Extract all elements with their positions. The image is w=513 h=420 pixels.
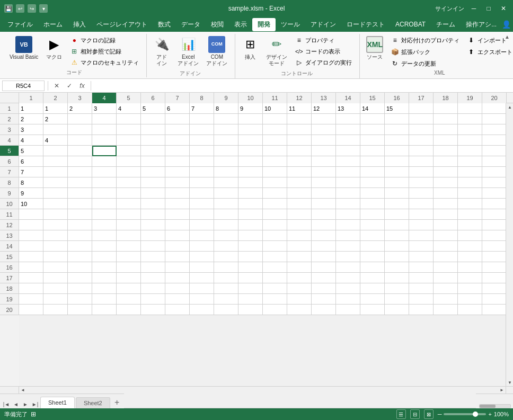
cell-r13c17[interactable] (409, 230, 434, 241)
cell-r9c19[interactable] (458, 188, 482, 199)
zoom-minus-icon[interactable]: ─ (438, 411, 442, 417)
zoom-slider-thumb[interactable] (473, 412, 478, 417)
formula-input[interactable] (94, 83, 511, 89)
menu-data[interactable]: データ (176, 18, 206, 31)
cell-r17c11[interactable] (263, 273, 287, 283)
cell-r8c11[interactable] (263, 177, 287, 188)
col-header-2[interactable]: 2 (43, 93, 68, 103)
close-button[interactable]: ✕ (498, 3, 509, 14)
page-layout-view-button[interactable]: ⊟ (410, 409, 420, 419)
cell-r19c18[interactable] (434, 294, 458, 305)
cell-r10c7[interactable] (165, 199, 190, 209)
cell-r17c3[interactable] (68, 273, 92, 283)
cell-r12c5[interactable] (117, 220, 141, 230)
cell-r10c16[interactable] (385, 199, 409, 209)
cell-r20c14[interactable] (336, 305, 360, 315)
cell-r10c12[interactable] (287, 199, 312, 209)
row-header-16[interactable]: 16 (0, 262, 19, 273)
cell-r15c7[interactable] (165, 252, 190, 262)
cell-r3c8[interactable] (190, 124, 214, 135)
cell-r16c6[interactable] (141, 262, 165, 273)
row-header-3[interactable]: 3 (0, 124, 19, 135)
cell-r11c12[interactable] (287, 209, 312, 220)
design-mode-button[interactable]: ✏ デザインモード (263, 34, 290, 69)
cell-r2c13[interactable] (312, 114, 336, 124)
cell-r15c1[interactable] (19, 252, 43, 262)
cell-r12c13[interactable] (312, 220, 336, 230)
cell-r5c15[interactable] (360, 146, 385, 156)
formula-confirm-button[interactable]: ✓ (64, 81, 75, 91)
cell-r19c17[interactable] (409, 294, 434, 305)
cell-r20c10[interactable] (238, 305, 263, 315)
cell-r1c4[interactable]: 3 (92, 103, 117, 114)
cell-r5c3[interactable] (68, 146, 92, 156)
share-button[interactable]: 👤 共有 (502, 15, 513, 33)
relative-reference-button[interactable]: ⊞ 相対参照で記録 (67, 46, 142, 57)
menu-load-test[interactable]: ロードテスト (341, 18, 390, 31)
cell-r12c18[interactable] (434, 220, 458, 230)
cell-r8c10[interactable] (238, 177, 263, 188)
formula-cancel-button[interactable]: ✕ (51, 81, 62, 91)
cell-r2c17[interactable] (409, 114, 434, 124)
cell-r18c20[interactable] (482, 283, 506, 294)
cell-r18c16[interactable] (385, 283, 409, 294)
cell-r2c10[interactable] (238, 114, 263, 124)
cell-r7c4[interactable] (92, 167, 117, 177)
cell-r15c18[interactable] (434, 252, 458, 262)
cell-r11c4[interactable] (92, 209, 117, 220)
cell-r9c11[interactable] (263, 188, 287, 199)
cell-r19c7[interactable] (165, 294, 190, 305)
col-header-5[interactable]: 5 (117, 93, 141, 103)
cell-r19c14[interactable] (336, 294, 360, 305)
cell-r9c9[interactable] (214, 188, 238, 199)
cell-r9c20[interactable] (482, 188, 506, 199)
cell-r15c13[interactable] (312, 252, 336, 262)
cell-r3c1[interactable]: 3 (19, 124, 43, 135)
scroll-track-v[interactable] (506, 111, 513, 379)
cell-r18c12[interactable] (287, 283, 312, 294)
cell-r20c5[interactable] (117, 305, 141, 315)
cell-r2c1[interactable]: 2 (19, 114, 43, 124)
cell-r5c11[interactable] (263, 146, 287, 156)
cell-r13c12[interactable] (287, 230, 312, 241)
cell-r14c12[interactable] (287, 241, 312, 252)
save-icon[interactable]: 💾 (4, 4, 13, 13)
cell-r4c8[interactable] (190, 135, 214, 146)
cell-r14c3[interactable] (68, 241, 92, 252)
cell-r6c4[interactable] (92, 156, 117, 167)
cell-r4c20[interactable] (482, 135, 506, 146)
cell-r16c11[interactable] (263, 262, 287, 273)
row-header-17[interactable]: 17 (0, 273, 19, 283)
cell-r19c12[interactable] (287, 294, 312, 305)
cell-r20c1[interactable] (19, 305, 43, 315)
zoom-plus-icon[interactable]: + (488, 411, 491, 417)
cell-r4c9[interactable] (214, 135, 238, 146)
cell-r2c8[interactable] (190, 114, 214, 124)
cell-r19c1[interactable] (19, 294, 43, 305)
cell-r5c6[interactable] (141, 146, 165, 156)
cell-r10c19[interactable] (458, 199, 482, 209)
cell-r17c14[interactable] (336, 273, 360, 283)
menu-home[interactable]: ホーム (38, 18, 68, 31)
cell-r3c15[interactable] (360, 124, 385, 135)
source-button[interactable]: XML ソース (363, 34, 386, 62)
cell-r3c7[interactable] (165, 124, 190, 135)
cell-r7c14[interactable] (336, 167, 360, 177)
add-sheet-button[interactable]: + (111, 397, 123, 408)
cell-r5c10[interactable] (238, 146, 263, 156)
menu-team[interactable]: チーム (431, 18, 461, 31)
cell-r2c4[interactable] (92, 114, 117, 124)
cell-r6c14[interactable] (336, 156, 360, 167)
cell-r7c8[interactable] (190, 167, 214, 177)
cell-r3c4[interactable] (92, 124, 117, 135)
cell-r16c19[interactable] (458, 262, 482, 273)
properties-button[interactable]: ≡ プロパティ (291, 35, 355, 46)
cell-r1c9[interactable]: 8 (214, 103, 238, 114)
row-header-6[interactable]: 6 (0, 156, 19, 167)
cell-r9c10[interactable] (238, 188, 263, 199)
cell-r1c2[interactable]: 1 (43, 103, 68, 114)
row-header-2[interactable]: 2 (0, 114, 19, 124)
cell-r16c8[interactable] (190, 262, 214, 273)
menu-developer[interactable]: 開発 (252, 18, 276, 31)
cell-r12c10[interactable] (238, 220, 263, 230)
